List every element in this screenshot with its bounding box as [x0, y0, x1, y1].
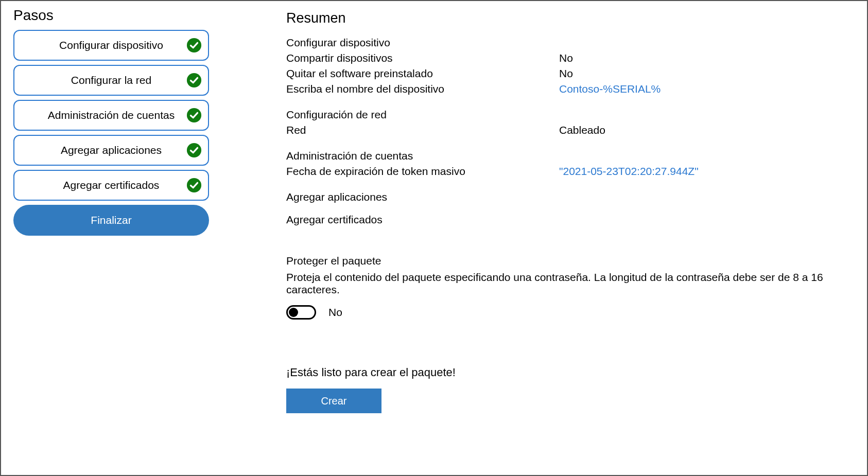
- ready-text: ¡Estás listo para crear el paquete!: [286, 366, 855, 379]
- share-devices-value: No: [559, 52, 573, 64]
- protect-description: Proteja el contenido del paquete especif…: [286, 271, 855, 296]
- accounts-section-title: Administración de cuentas: [286, 150, 855, 162]
- token-expiration-label: Fecha de expiración de token masivo: [286, 165, 559, 178]
- steps-panel: Pasos Configurar dispositivo Configurar …: [13, 7, 209, 469]
- svg-point-3: [187, 143, 201, 157]
- toggle-knob-icon: [289, 308, 298, 317]
- create-button-label: Crear: [321, 395, 346, 407]
- steps-list: Configurar dispositivo Configurar la red…: [13, 30, 209, 236]
- add-certs-section-title: Agregar certificados: [286, 214, 855, 226]
- check-icon: [186, 73, 202, 88]
- step-label: Agregar aplicaciones: [61, 144, 162, 156]
- svg-point-2: [187, 108, 201, 122]
- protect-toggle[interactable]: [286, 305, 316, 320]
- device-section-title: Configurar dispositivo: [286, 37, 855, 49]
- steps-heading: Pasos: [13, 7, 209, 24]
- network-row: Red Cableado: [286, 124, 855, 136]
- token-expiration-row: Fecha de expiración de token masivo "202…: [286, 165, 855, 178]
- create-button[interactable]: Crear: [286, 389, 381, 413]
- check-icon: [186, 178, 202, 193]
- step-label: Administración de cuentas: [48, 109, 175, 121]
- share-devices-label: Compartir dispositivos: [286, 52, 559, 64]
- remove-software-value: No: [559, 67, 573, 80]
- svg-point-0: [187, 38, 201, 52]
- summary-panel: Resumen Configurar dispositivo Compartir…: [230, 7, 855, 469]
- device-name-label: Escriba el nombre del dispositivo: [286, 83, 559, 95]
- device-name-value: Contoso-%SERIAL%: [559, 83, 661, 95]
- step-configure-network[interactable]: Configurar la red: [13, 65, 209, 96]
- network-value: Cableado: [559, 124, 605, 136]
- protect-toggle-row: No: [286, 305, 855, 320]
- step-finalize-button[interactable]: Finalizar: [13, 205, 209, 236]
- remove-software-row: Quitar el software preinstalado No: [286, 67, 855, 80]
- step-label: Agregar certificados: [63, 179, 160, 191]
- protect-toggle-state: No: [328, 306, 342, 319]
- network-label: Red: [286, 124, 559, 136]
- step-label: Configurar dispositivo: [59, 39, 163, 51]
- step-account-management[interactable]: Administración de cuentas: [13, 100, 209, 131]
- protect-section-title: Proteger el paquete: [286, 255, 855, 267]
- check-icon: [186, 143, 202, 158]
- check-icon: [186, 108, 202, 123]
- remove-software-label: Quitar el software preinstalado: [286, 67, 559, 80]
- step-add-applications[interactable]: Agregar aplicaciones: [13, 135, 209, 166]
- finalize-label: Finalizar: [91, 214, 131, 226]
- network-section-title: Configuración de red: [286, 109, 855, 121]
- share-devices-row: Compartir dispositivos No: [286, 52, 855, 64]
- svg-point-1: [187, 73, 201, 87]
- device-name-row: Escriba el nombre del dispositivo Contos…: [286, 83, 855, 95]
- svg-point-4: [187, 178, 201, 192]
- step-label: Configurar la red: [71, 74, 151, 86]
- step-configure-device[interactable]: Configurar dispositivo: [13, 30, 209, 61]
- summary-heading: Resumen: [286, 10, 855, 26]
- step-add-certificates[interactable]: Agregar certificados: [13, 170, 209, 201]
- check-icon: [186, 38, 202, 53]
- token-expiration-value: "2021-05-23T02:20:27.944Z": [559, 165, 699, 178]
- add-apps-section-title: Agregar aplicaciones: [286, 191, 855, 203]
